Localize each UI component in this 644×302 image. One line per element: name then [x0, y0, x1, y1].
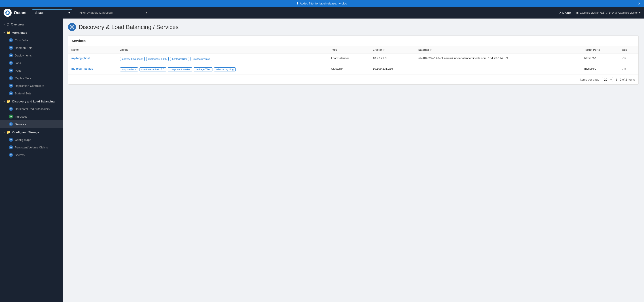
per-page-wrapper[interactable]: 10 5 20 50	[602, 77, 613, 82]
sidebar-item-overview[interactable]: ▾ ⬡ Overview	[0, 20, 62, 28]
col-type: Type	[328, 46, 370, 54]
label-tag[interactable]: heritage:Tiller	[194, 67, 212, 71]
cell-age: 7m	[619, 54, 638, 64]
table-header: Name Labels Type Cluster IP External IP …	[68, 46, 638, 54]
sidebar-item-services[interactable]: ⚙ Services	[0, 120, 62, 128]
filter-chevron-icon: ▾	[146, 11, 149, 14]
filter-input[interactable]	[78, 9, 146, 16]
dark-mode-toggle[interactable]: ☽ DARK	[558, 11, 572, 14]
sidebar-item-label-replication-controllers: Replication Controllers	[15, 84, 44, 88]
jobs-icon: ⚙	[9, 61, 13, 65]
table-row: my-blog-ghost app:my-blog-ghostchart:gho…	[68, 54, 638, 64]
config-storage-chevron-icon: ▾	[4, 131, 5, 134]
notification-icon: ℹ	[297, 2, 298, 5]
cell-name: my-blog-ghost	[68, 54, 116, 64]
filter-input-wrapper[interactable]: ▾	[78, 9, 149, 16]
cell-external-ip	[415, 64, 581, 75]
sidebar-item-label-pods: Pods	[15, 69, 22, 72]
col-external-ip: External IP	[415, 46, 581, 54]
page-icon-svg	[70, 24, 74, 29]
svg-point-4	[6, 13, 7, 14]
sidebar-item-ingresses[interactable]: ⚙ Ingresses	[0, 113, 62, 120]
sidebar-item-persistent-volume-claims[interactable]: ⚙ Persistent Volume Claims	[0, 144, 62, 151]
label-tag[interactable]: app:my-blog-ghost	[120, 57, 144, 61]
notification-message: Added filter for label release:my-blog	[300, 2, 347, 5]
label-tag[interactable]: chart:mariadb-6.13.0	[140, 67, 166, 71]
sidebar-section-config-storage: ▾ 📁 Config and Storage ⚙ Config Maps ⚙ P…	[0, 128, 62, 159]
sidebar-section-header-workloads[interactable]: ▾ 📁 Workloads	[0, 29, 62, 36]
label-tag[interactable]: release:my-blog	[214, 67, 236, 71]
cluster-chevron-icon: ▾	[639, 11, 640, 14]
sidebar-item-pods[interactable]: ⚙ Pods	[0, 67, 62, 74]
sidebar-item-secrets[interactable]: ⚙ Secrets	[0, 151, 62, 159]
sidebar-item-daemon-sets[interactable]: ⚙ Daemon Sets	[0, 44, 62, 52]
col-labels: Labels	[116, 46, 328, 54]
label-tag[interactable]: heritage:Tiller	[170, 57, 189, 61]
sidebar-section-label-workloads: Workloads	[12, 31, 27, 34]
sidebar-section-workloads: ▾ 📁 Workloads ⚙ Cron Jobs ⚙ Daemon Sets …	[0, 29, 62, 97]
namespace-selector[interactable]: default	[32, 9, 72, 16]
svg-point-6	[71, 26, 73, 28]
stateful-sets-icon: ⚙	[9, 91, 13, 95]
sidebar-item-label-ingresses: Ingresses	[15, 115, 27, 118]
sidebar-item-cron-jobs[interactable]: ⚙ Cron Jobs	[0, 36, 62, 44]
discovery-chevron-icon: ▾	[4, 100, 5, 103]
cell-type: LoadBalancer	[328, 54, 370, 64]
namespace-select-wrapper[interactable]: default	[32, 9, 72, 16]
sidebar-item-jobs[interactable]: ⚙ Jobs	[0, 59, 62, 67]
logo-circle	[4, 9, 12, 17]
sidebar-item-label-services: Services	[15, 123, 26, 126]
table-footer: Items per page 10 5 20 50 1 - 2 of 2 ite…	[68, 75, 638, 84]
sidebar-item-label-hpa: Horizontal Pod Autoscalers	[15, 107, 50, 111]
page-icon	[68, 23, 76, 31]
table-row: my-blog-mariadb app:mariadbchart:mariadb…	[68, 64, 638, 75]
label-filter[interactable]: ▾	[78, 9, 149, 16]
label-tag[interactable]: component:master	[168, 67, 192, 71]
moon-icon: ☽	[558, 11, 561, 14]
sidebar-overview-label: Overview	[11, 22, 24, 26]
labels-cell: app:my-blog-ghostchart:ghost-8.0.5herita…	[120, 56, 325, 61]
svg-point-2	[7, 11, 8, 12]
workloads-chevron-icon: ▾	[4, 31, 5, 34]
labels-cell: app:mariadbchart:mariadb-6.13.0component…	[120, 67, 325, 72]
pods-icon: ⚙	[9, 69, 13, 73]
main-content: Discovery & Load Balancing / Services Se…	[62, 18, 644, 302]
sidebar-item-config-maps[interactable]: ⚙ Config Maps	[0, 136, 62, 144]
label-tag[interactable]: release:my-blog	[190, 57, 212, 61]
replication-controllers-icon: ⚙	[9, 84, 13, 88]
label-tag[interactable]: app:mariadb	[120, 67, 138, 71]
overview-chevron-icon: ▾	[4, 23, 5, 26]
sidebar-item-horizontal-pod-autoscalers[interactable]: ⚙ Horizontal Pod Autoscalers	[0, 105, 62, 113]
deployments-icon: ⚙	[9, 53, 13, 57]
cell-cluster-ip: 10.97.21.0	[370, 54, 415, 64]
col-name: Name	[68, 46, 116, 54]
pvc-icon: ⚙	[9, 145, 13, 149]
sidebar-item-replication-controllers[interactable]: ⚙ Replication Controllers	[0, 82, 62, 90]
ingresses-icon: ⚙	[9, 115, 13, 119]
sidebar-item-label-secrets: Secrets	[15, 153, 24, 157]
cell-name: my-blog-mariadb	[68, 64, 116, 75]
svg-point-1	[6, 12, 9, 14]
cron-jobs-icon: ⚙	[9, 38, 13, 42]
config-storage-folder-icon: 📁	[6, 130, 10, 134]
header: Octant default ▾ ☽ DARK ▣ example-cluste…	[0, 7, 644, 18]
sidebar-section-header-config-storage[interactable]: ▾ 📁 Config and Storage	[0, 128, 62, 136]
service-link[interactable]: my-blog-ghost	[71, 56, 90, 60]
sidebar-section-discovery: ▾ 📁 Discovery and Load Balancing ⚙ Horiz…	[0, 98, 62, 128]
cluster-info: ▣ example-cluster-ka3TuTzYo4a@example-cl…	[576, 11, 640, 14]
main-layout: ▾ ⬡ Overview ▾ 📁 Workloads ⚙ Cron Jobs ⚙…	[0, 18, 644, 302]
sidebar-overview-icon: ⬡	[6, 22, 9, 26]
svg-point-3	[9, 13, 10, 14]
namespace-select[interactable]: default	[32, 9, 72, 16]
label-tag[interactable]: chart:ghost-8.0.5	[146, 57, 169, 61]
per-page-select[interactable]: 10 5 20 50	[602, 77, 613, 82]
cell-age: 7m	[619, 64, 638, 75]
col-target-ports: Target Ports	[581, 46, 619, 54]
app-name: Octant	[14, 10, 26, 15]
sidebar-section-header-discovery[interactable]: ▾ 📁 Discovery and Load Balancing	[0, 98, 62, 105]
sidebar-item-stateful-sets[interactable]: ⚙ Stateful Sets	[0, 90, 62, 97]
sidebar-item-deployments[interactable]: ⚙ Deployments	[0, 52, 62, 59]
notification-close-button[interactable]: ×	[638, 1, 640, 5]
service-link[interactable]: my-blog-mariadb	[71, 67, 93, 70]
sidebar-item-replica-sets[interactable]: ⚙ Replica Sets	[0, 74, 62, 82]
